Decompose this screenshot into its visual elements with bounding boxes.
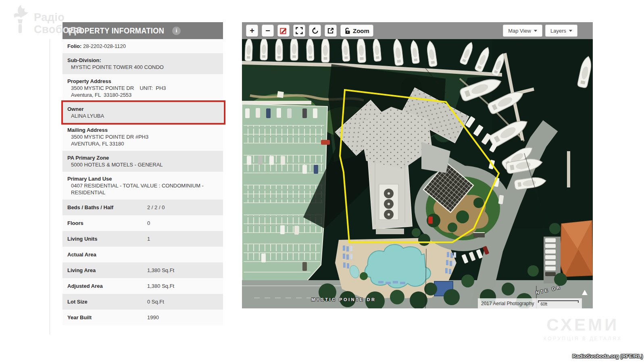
- owner-label: Owner: [67, 106, 218, 112]
- owner-value: ALINA LYUBA: [67, 112, 218, 119]
- chevron-down-icon: [534, 30, 537, 32]
- year-built-label: Year Built: [67, 314, 147, 321]
- mailing-address-line1: 3500 MYSTIC POINTE DR #PH3: [67, 133, 218, 140]
- living-area-row: Living Area 1,380 Sq.Ft: [63, 262, 223, 278]
- zoom-in-button[interactable]: +: [246, 25, 258, 37]
- export-icon: [327, 27, 334, 34]
- layers-dropdown[interactable]: Layers: [545, 25, 577, 37]
- living-units-label: Living Units: [67, 235, 147, 242]
- pool-area: [335, 237, 456, 298]
- full-extent-icon: [296, 27, 303, 34]
- schemes-subtitle: КОРУПЦІЯ В ДЕТАЛЯХ: [544, 336, 622, 341]
- beds-baths-label: Beds / Baths / Half: [67, 204, 147, 211]
- living-units-value: 1: [147, 235, 150, 242]
- credit-watermark: RadioSvoboda.org (RFE/RL): [572, 353, 643, 359]
- subdivision-row: Sub-Division: MYSTIC POINTE TOWER 400 CO…: [63, 53, 223, 74]
- pa-primary-zone-label: PA Primary Zone: [67, 154, 218, 161]
- radio-watermark-line1: Радіо: [34, 11, 83, 23]
- refresh-rotate-button[interactable]: [309, 25, 321, 37]
- property-address-row: Property Address 3500 MYSTIC POINTE DR U…: [63, 74, 223, 102]
- lot-size-value: 0 Sq.Ft: [147, 298, 164, 305]
- zoom-in-icon: +: [250, 26, 254, 35]
- torch-logo-icon: [9, 4, 30, 35]
- pa-primary-zone-value: 5000 HOTELS & MOTELS - GENERAL: [67, 161, 218, 168]
- actual-area-row: Actual Area: [63, 247, 223, 262]
- zoom-lock-button[interactable]: Zoom: [340, 25, 373, 37]
- map-section: + −: [242, 22, 593, 308]
- full-extent-button[interactable]: [293, 25, 305, 37]
- floors-value: 0: [147, 220, 150, 227]
- zoom-lock-label: Zoom: [353, 27, 369, 34]
- primary-land-use-line2: RESIDENTIAL: [67, 189, 218, 196]
- mailing-address-row: Mailing Address 3500 MYSTIC POINTE DR #P…: [63, 123, 223, 151]
- mailing-address-line2: AVENTURA, FL 33180: [67, 140, 218, 147]
- scale-bar-label: 60ft: [538, 302, 579, 306]
- map-attribution: 2017 Aerial Photography 60ft: [478, 298, 582, 308]
- map-toolbar: + −: [242, 22, 593, 39]
- map-view-dropdown[interactable]: Map View: [503, 25, 542, 37]
- subdivision-value: MYSTIC POINTE TOWER 400 CONDO: [67, 64, 218, 71]
- primary-land-use-label: Primary Land Use: [67, 175, 218, 182]
- map-view-label: Map View: [508, 28, 531, 34]
- property-address-line2: Aventura, FL 33180-2553: [67, 92, 218, 98]
- attribution-text: 2017 Aerial Photography: [481, 301, 534, 306]
- toolbar-right-group: Map View Layers: [503, 25, 589, 37]
- pa-primary-zone-row: PA Primary Zone 5000 HOTELS & MOTELS - G…: [63, 151, 223, 172]
- adjusted-area-value: 1,380 Sq.Ft: [147, 283, 174, 289]
- street-label: MYSTIC POINTE DR: [311, 297, 376, 302]
- beds-baths-row: Beds / Baths / Half 2 / 2 / 0: [63, 200, 223, 215]
- living-area-label: Living Area: [67, 267, 147, 274]
- road-arrow-icon: [582, 290, 588, 295]
- zoom-out-icon: −: [265, 26, 270, 35]
- lot-size-label: Lot Size: [67, 298, 147, 305]
- schemes-watermark: СХЕМИ КОРУПЦІЯ В ДЕТАЛЯХ: [544, 315, 622, 341]
- lock-icon: [344, 27, 351, 34]
- living-area-value: 1,380 Sq.Ft: [147, 267, 174, 274]
- chevron-down-icon: [569, 30, 572, 32]
- page-divider-line: [50, 39, 50, 335]
- draw-selection-button[interactable]: [277, 25, 290, 37]
- info-icon[interactable]: i: [172, 27, 181, 35]
- folio-label: Folio:: [67, 43, 81, 49]
- floors-row: Floors 0: [63, 215, 223, 231]
- aerial-imagery: [242, 39, 593, 308]
- layers-label: Layers: [550, 28, 566, 34]
- mailing-address-label: Mailing Address: [67, 127, 218, 133]
- export-share-button[interactable]: [325, 25, 337, 37]
- year-built-row: Year Built 1990: [63, 310, 223, 325]
- property-information-panel: PROPERTY INFORMATION i Folio: 28-2202-02…: [63, 22, 223, 325]
- radio-watermark-line2: Свобода: [34, 23, 83, 35]
- page: Радіо Свобода PROPERTY INFORMATION i Fol…: [0, 0, 644, 362]
- schemes-title: СХЕМИ: [544, 315, 622, 335]
- floors-label: Floors: [67, 220, 147, 227]
- folio-value: 28-2202-028-1120: [83, 43, 126, 49]
- radio-svoboda-watermark: Радіо Свобода: [9, 4, 83, 35]
- property-address-label: Property Address: [67, 78, 218, 85]
- adjusted-area-label: Adjusted Area: [67, 283, 147, 289]
- zoom-out-button[interactable]: −: [262, 25, 274, 37]
- scale-bar: 60ft: [538, 300, 579, 306]
- lot-size-row: Lot Size 0 Sq.Ft: [63, 294, 223, 310]
- draw-pencil-icon: [280, 27, 287, 34]
- folio-row: Folio: 28-2202-028-1120: [63, 39, 223, 53]
- property-address-line1: 3500 MYSTIC POINTE DR UNIT: PH3: [67, 85, 218, 92]
- adjusted-area-row: Adjusted Area 1,380 Sq.Ft: [63, 278, 223, 294]
- actual-area-label: Actual Area: [67, 251, 147, 258]
- aerial-map-canvas[interactable]: MYSTIC POINTE DR NTE DR 2017 Aerial Phot…: [242, 39, 593, 308]
- beds-baths-value: 2 / 2 / 0: [147, 204, 165, 211]
- year-built-value: 1990: [147, 314, 159, 321]
- primary-land-use-row: Primary Land Use 0407 RESIDENTIAL - TOTA…: [63, 172, 223, 200]
- primary-land-use-line1: 0407 RESIDENTIAL - TOTAL VALUE : CONDOMI…: [67, 182, 218, 189]
- subdivision-label: Sub-Division:: [67, 57, 218, 64]
- living-units-row: Living Units 1: [63, 231, 223, 247]
- owner-row: Owner ALINA LYUBA: [63, 102, 223, 123]
- panel-header: PROPERTY INFORMATION i: [63, 22, 223, 39]
- orange-roof-building: [544, 221, 593, 286]
- refresh-icon: [311, 27, 319, 35]
